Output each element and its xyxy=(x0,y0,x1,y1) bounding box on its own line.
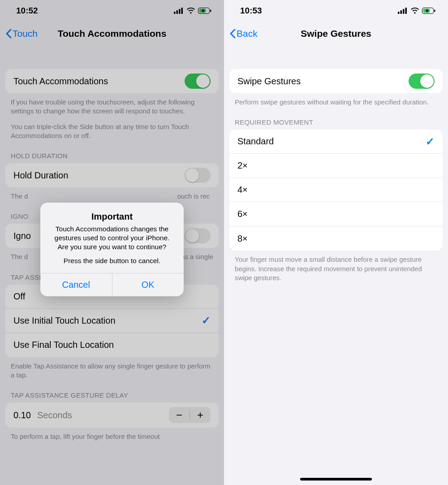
status-time: 10:53 xyxy=(240,6,262,16)
stepper-plus-button[interactable]: + xyxy=(190,407,211,423)
row-label: Hold Duration xyxy=(13,170,68,181)
alert-subtext: Press the side button to cancel. xyxy=(40,257,184,273)
back-label: Touch xyxy=(13,28,38,39)
svg-rect-2 xyxy=(179,9,181,14)
movement-option-standard[interactable]: Standard ✓ xyxy=(229,130,443,154)
wifi-icon xyxy=(186,8,195,14)
stepper-minus-button[interactable]: − xyxy=(169,407,190,423)
gesture-delay-row: 0.10 Seconds − + xyxy=(5,403,219,428)
movement-option-4x[interactable]: 4× xyxy=(229,178,443,202)
cellular-icon xyxy=(174,8,184,14)
status-indicators xyxy=(398,8,435,14)
alert-title: Important xyxy=(40,203,184,224)
swipe-gestures-switch[interactable] xyxy=(409,74,435,89)
hold-duration-switch[interactable] xyxy=(185,168,211,183)
movement-option-6x[interactable]: 6× xyxy=(229,202,443,226)
back-button[interactable]: Touch xyxy=(5,28,38,39)
checkmark-icon: ✓ xyxy=(202,314,211,327)
back-label: Back xyxy=(237,28,258,39)
page-title: Swipe Gestures xyxy=(224,28,448,39)
svg-rect-8 xyxy=(401,10,402,14)
footer-text: Your finger must move a small distance b… xyxy=(224,251,448,286)
ignore-repeat-switch[interactable] xyxy=(185,228,211,243)
alert-message: Touch Accommodations changes the gesture… xyxy=(40,224,184,257)
home-indicator[interactable] xyxy=(300,478,372,481)
svg-rect-13 xyxy=(434,10,435,12)
row-label: Swipe Gestures xyxy=(237,76,301,87)
battery-charging-icon xyxy=(198,8,211,14)
nav-bar: Back Swipe Gestures xyxy=(224,22,448,46)
nav-bar: Touch Touch Accommodations xyxy=(0,22,224,46)
ok-button[interactable]: OK xyxy=(112,273,184,296)
svg-rect-0 xyxy=(174,12,176,14)
section-header: HOLD DURATION xyxy=(0,144,224,163)
chevron-left-icon xyxy=(229,29,236,39)
phone-right: 10:53 Back Swipe Gestures Swipe Gestures… xyxy=(224,0,448,485)
row-label: 4× xyxy=(237,185,248,195)
row-label: Use Initial Touch Location xyxy=(13,316,116,326)
phone-left: 10:52 Touch Touch Accommodations Touch A… xyxy=(0,0,224,485)
hold-duration-row[interactable]: Hold Duration xyxy=(5,163,219,187)
swipe-gestures-row[interactable]: Swipe Gestures xyxy=(229,69,443,93)
row-label: 6× xyxy=(237,209,248,219)
footer-text: Enable Tap Assistance to allow any singl… xyxy=(0,357,224,384)
footer-text: To perform a tap, lift your finger befor… xyxy=(0,428,224,445)
chevron-left-icon xyxy=(5,29,12,39)
delay-value: 0.10 xyxy=(13,410,31,420)
footer-text: You can triple-click the Side button at … xyxy=(0,120,224,144)
row-label: Off xyxy=(13,291,25,302)
battery-charging-icon xyxy=(422,8,435,14)
status-bar: 10:53 xyxy=(224,0,448,22)
delay-stepper: − + xyxy=(169,407,211,423)
content: Swipe Gestures Perform swipe gestures wi… xyxy=(224,46,448,286)
footer-text: Perform swipe gestures without waiting f… xyxy=(224,93,448,110)
status-time: 10:52 xyxy=(16,6,38,16)
svg-rect-9 xyxy=(403,9,405,14)
movement-option-8x[interactable]: 8× xyxy=(229,226,443,251)
row-label: Use Final Touch Location xyxy=(13,340,114,350)
alert-dialog: Important Touch Accommodations changes t… xyxy=(40,203,184,296)
tap-option-initial[interactable]: Use Initial Touch Location ✓ xyxy=(5,309,219,333)
row-label: 8× xyxy=(237,234,248,244)
section-header: TAP ASSISTANCE GESTURE DELAY xyxy=(0,383,224,403)
footer-text: If you have trouble using the touchscree… xyxy=(0,93,224,120)
hold-duration-group: Hold Duration xyxy=(5,163,219,187)
status-indicators xyxy=(174,8,211,14)
cancel-button[interactable]: Cancel xyxy=(40,273,112,296)
checkmark-icon: ✓ xyxy=(426,135,435,148)
svg-rect-10 xyxy=(405,8,407,14)
wifi-icon xyxy=(410,8,419,14)
row-label: 2× xyxy=(237,160,248,171)
back-button[interactable]: Back xyxy=(229,28,258,39)
required-movement-group: Standard ✓ 2× 4× 6× 8× xyxy=(229,130,443,251)
movement-option-2x[interactable]: 2× xyxy=(229,154,443,178)
tap-option-final[interactable]: Use Final Touch Location xyxy=(5,333,219,357)
row-label: Touch Accommodations xyxy=(13,76,108,87)
section-header: REQUIRED MOVEMENT xyxy=(224,110,448,130)
svg-rect-6 xyxy=(210,10,211,12)
swipe-gestures-group: Swipe Gestures xyxy=(229,69,443,93)
row-label: Igno xyxy=(13,231,31,241)
svg-rect-7 xyxy=(398,12,400,14)
touch-accommodations-row[interactable]: Touch Accommodations xyxy=(5,69,219,93)
svg-rect-1 xyxy=(177,10,178,14)
svg-rect-3 xyxy=(181,8,183,14)
touch-accommodations-group: Touch Accommodations xyxy=(5,69,219,93)
status-bar: 10:52 xyxy=(0,0,224,22)
cellular-icon xyxy=(398,8,408,14)
row-label: Standard xyxy=(237,136,274,147)
delay-unit: Seconds xyxy=(37,410,72,420)
footer-text: The d ouch is rec xyxy=(0,187,224,204)
touch-accommodations-switch[interactable] xyxy=(185,74,211,89)
